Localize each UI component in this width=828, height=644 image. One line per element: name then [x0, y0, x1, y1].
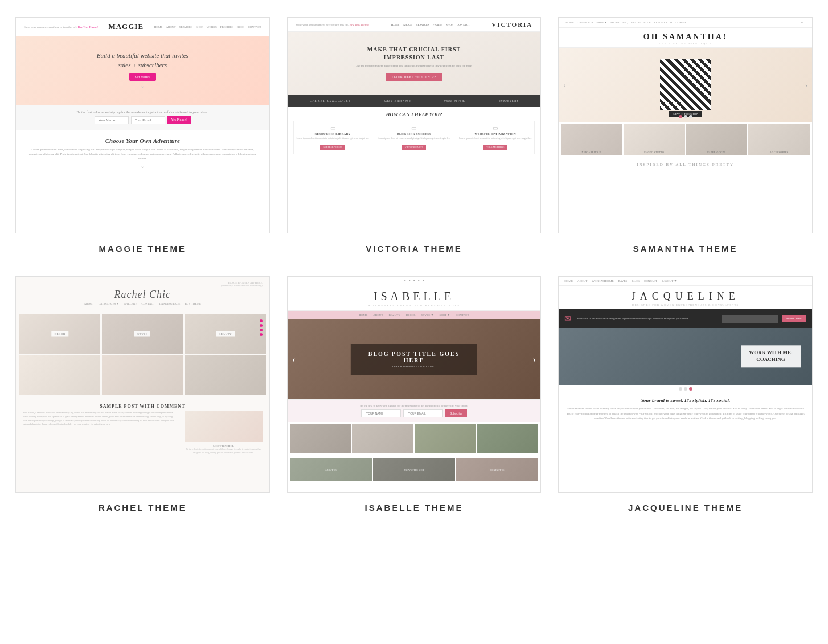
jacqueline-dot-2[interactable] [684, 387, 687, 391]
victoria-card-btn-2[interactable]: VIEW PRODUCTS [402, 145, 426, 150]
rachel-post: SAMPLE POST WITH COMMENT Meet Rachel, a … [16, 399, 269, 460]
maggie-subscribe-form: Yes Please! [24, 116, 261, 124]
victoria-brand: VICTORIA [491, 21, 532, 28]
jacqueline-carousel-dots [559, 385, 812, 393]
jacqueline-subscribe-btn[interactable]: SUBSCRIBE [782, 315, 806, 322]
victoria-cards: ▭ RESOURCES LIBRARY Lorem ipsum dolor si… [293, 121, 535, 154]
samantha-thumb-4[interactable]: ACCESSORIES [748, 124, 810, 155]
victoria-hero-btn[interactable]: CLICK HERE TO SIGN UP [386, 73, 442, 81]
isabelle-contact-link[interactable]: CONTACT US [456, 458, 538, 481]
isabelle-next-arrow[interactable]: › [532, 354, 536, 366]
rachel-sidebar-area: MEET RACHEL Write a short decoration abo… [181, 411, 262, 455]
maggie-subscribe-btn[interactable]: Yes Please! [167, 116, 191, 124]
rachel-grid-beauty[interactable]: BEAUTY [185, 314, 265, 354]
maggie-subscribe: Be the first to know and sign up for the… [16, 105, 269, 130]
rachel-grid-decor[interactable]: DECOR [19, 314, 100, 354]
rachel-grid: DECOR STYLE BEAUTY [16, 310, 269, 399]
victoria-theme-card: Show your announcement here or turn this… [287, 17, 542, 253]
jacqueline-hero-text: WORK WITH ME:COACHING [741, 345, 801, 367]
samantha-prev-arrow[interactable]: ‹ [563, 81, 565, 89]
website-icon: ▭ [458, 125, 532, 131]
rachel-grid-4[interactable] [19, 355, 100, 395]
samantha-thumbnails: NEW ARRIVALS PHOTO STUDIO PAPER GOODS AC… [559, 122, 812, 158]
maggie-hero-btn[interactable]: Get Started [129, 73, 156, 81]
victoria-card-btn-3[interactable]: TALK ME THERE [483, 145, 507, 150]
rachel-theme-card: PLACE BANNER AD HERE(Don't worry! Banner… [15, 276, 270, 512]
jacqueline-brand: JACQUELINE [564, 290, 806, 302]
victoria-card-1: ▭ RESOURCES LIBRARY Lorem ipsum dolor si… [293, 121, 372, 154]
samantha-preview[interactable]: HOME LINGERIE ▼ SHOP ▼ ABOUT FAQ PRAISE … [558, 17, 813, 233]
samantha-thumb-3[interactable]: PAPER GOODS [686, 124, 748, 155]
maggie-section-chevron: ⌄ [27, 161, 258, 171]
isabelle-thumb-3[interactable] [415, 424, 476, 453]
samantha-tagline: THE ONLINE BOUTIQUE [559, 42, 812, 45]
samantha-thumb-2[interactable]: PHOTO STUDIO [624, 124, 685, 155]
samantha-hero: ‹ › NEW IN THE SHOP [559, 48, 812, 122]
rachel-nav: ABOUT CATEGORIES ▼ GALLERY CONTACT LANDI… [23, 302, 263, 305]
victoria-announcement: Show your announcement here or turn this… [296, 23, 370, 26]
isabelle-thumb-4[interactable] [477, 424, 539, 453]
isabelle-thumb-2[interactable] [352, 424, 413, 453]
isabelle-email-input[interactable] [403, 409, 443, 417]
isabelle-bottom-thumbnails: ABOUT US BROWSE THE SHOP CONTACT US [288, 456, 541, 483]
samantha-thumb-1[interactable]: NEW ARRIVALS [561, 124, 622, 155]
victoria-card-3: ▭ WEBSITE OPTIMIZATION Lorem ipsum dolor… [456, 121, 535, 154]
samantha-nav: HOME LINGERIE ▼ SHOP ▼ ABOUT FAQ PRAISE … [559, 18, 812, 28]
jacqueline-subscribe-icon: ✉ [564, 314, 571, 323]
isabelle-browse-link[interactable]: BROWSE THE SHOP [373, 458, 455, 481]
rachel-post-text-area: Meet Rachel, a fabulous WordPress theme … [23, 411, 178, 455]
victoria-card-btn-1[interactable]: GET FREE ACCESS [320, 145, 345, 150]
isabelle-hero: ‹ › BLOG POST TITLE GOES HERE LOREM IPSU… [288, 319, 541, 399]
maggie-label: MAGGIE THEME [99, 244, 187, 253]
rachel-grid-style[interactable]: STYLE [102, 314, 183, 354]
maggie-email-input[interactable] [131, 116, 165, 124]
samantha-next-arrow[interactable]: › [805, 81, 807, 89]
rachel-preview[interactable]: PLACE BANNER AD HERE(Don't worry! Banner… [15, 276, 270, 493]
isabelle-theme-card: ●●●●● ISABELLE WORDPRESS THEME FOR BLOGG… [287, 276, 542, 512]
isabelle-brand: ISABELLE [294, 290, 534, 303]
jacqueline-subscribe-input[interactable] [722, 315, 778, 323]
maggie-name-input[interactable] [95, 116, 129, 124]
victoria-preview[interactable]: Show your announcement here or turn this… [287, 17, 542, 233]
isabelle-subscribe: Be the first to know and sign up for the… [288, 399, 541, 422]
rachel-banner: PLACE BANNER AD HERE(Don't worry! Banner… [23, 281, 263, 289]
jacqueline-dot-1[interactable] [679, 387, 682, 391]
jacqueline-theme-card: HOME ABOUT WORK WITH ME RAVES BLOG CONTA… [558, 276, 813, 512]
isabelle-name-input[interactable] [361, 409, 401, 417]
maggie-theme-card: Show your announcement here or turn this… [15, 17, 270, 253]
maggie-hero: Build a beautiful website that invitessa… [16, 36, 269, 105]
maggie-preview[interactable]: Show your announcement here or turn this… [15, 17, 270, 233]
rachel-grid-6[interactable] [185, 355, 265, 395]
jacqueline-nav: HOME ABOUT WORK WITH ME RAVES BLOG CONTA… [559, 277, 812, 286]
maggie-nav: Show your announcement here or turn this… [16, 18, 269, 36]
jacqueline-label: JACQUELINE THEME [628, 503, 743, 512]
maggie-nav-links: HOME ABOUT SERVICES SHOP WORKS FREEBIES … [154, 26, 261, 28]
jacqueline-dot-3[interactable] [689, 387, 692, 391]
themes-grid: Show your announcement here or turn this… [15, 17, 813, 512]
isabelle-header: ISABELLE WORDPRESS THEME FOR BLOGGER BOS… [288, 284, 541, 311]
maggie-hero-text: Build a beautiful website that invitessa… [97, 51, 188, 91]
samantha-inspired: INSPIRED BY ALL THINGS PRETTY [559, 158, 812, 171]
victoria-logos: CAREER GIRL DAILY Lady Business #society… [288, 95, 541, 107]
isabelle-thumb-1[interactable] [290, 424, 351, 453]
victoria-card-2: ▭ BLOGGING SUCCESS Lorem ipsum dolor sit… [375, 121, 454, 154]
victoria-help: HOW CAN I HELP YOU? ▭ RESOURCES LIBRARY … [288, 107, 541, 159]
rachel-grid-5[interactable] [102, 355, 183, 395]
isabelle-subscribe-btn[interactable]: Subscribe [445, 409, 467, 417]
isabelle-about-link[interactable]: ABOUT US [290, 458, 372, 481]
maggie-announcement: Show your announcement here or turn this… [24, 26, 98, 28]
samantha-theme-card: HOME LINGERIE ▼ SHOP ▼ ABOUT FAQ PRAISE … [558, 17, 813, 253]
samantha-icons: ● ○ [801, 21, 805, 24]
isabelle-prev-arrow[interactable]: ‹ [292, 354, 296, 366]
jacqueline-preview[interactable]: HOME ABOUT WORK WITH ME RAVES BLOG CONTA… [558, 276, 813, 493]
jacqueline-header: JACQUELINE DESIGNED FOR WOMEN ENTREPRENE… [559, 286, 812, 309]
samantha-nav-links: HOME LINGERIE ▼ SHOP ▼ ABOUT FAQ PRAISE … [565, 21, 686, 24]
resources-icon: ▭ [296, 125, 370, 131]
jacqueline-content: Your brand is sweet. It's stylish. It's … [559, 393, 812, 426]
samantha-carousel-dots [679, 115, 692, 118]
maggie-brand: MAGGIE [108, 22, 144, 31]
isabelle-label: ISABELLE THEME [365, 503, 464, 512]
samantha-header: OH SAMANTHA! THE ONLINE BOUTIQUE [559, 28, 812, 48]
victoria-hero-content: MAKE THAT CRUCIAL FIRSTIMPRESSION LAST U… [356, 46, 473, 81]
isabelle-preview[interactable]: ●●●●● ISABELLE WORDPRESS THEME FOR BLOGG… [287, 276, 542, 493]
